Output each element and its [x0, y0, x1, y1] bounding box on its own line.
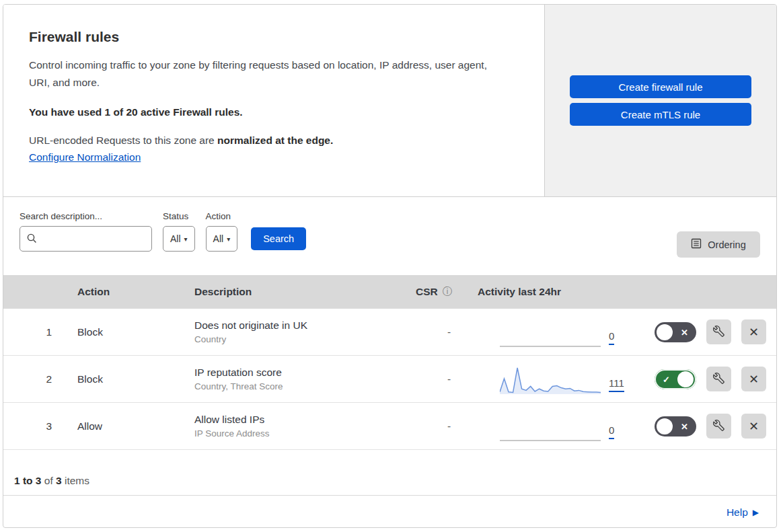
create-firewall-rule-button[interactable]: Create firewall rule [570, 75, 751, 98]
rule-enabled-toggle[interactable]: ✓ ✕ [655, 416, 696, 436]
activity-sparkline [500, 318, 601, 348]
x-icon: ✕ [681, 327, 688, 337]
rule-description-cell: Allow listed IPs IP Source Address [180, 414, 395, 439]
rule-description: Does not originate in UK [194, 319, 395, 332]
page-title: Firewall rules [29, 29, 524, 45]
rule-enabled-toggle[interactable]: ✓ ✕ [655, 322, 696, 342]
activity-count-link[interactable]: 0 [609, 424, 614, 439]
rule-priority: 3 [3, 420, 63, 432]
wrench-icon [713, 420, 724, 433]
help-bar: Help ▶ [3, 495, 776, 528]
rule-csr-value: - [395, 420, 469, 432]
description-column-header: Description [180, 286, 395, 298]
action-selected-value: All [213, 233, 224, 244]
rule-description: Allow listed IPs [194, 414, 395, 426]
status-selected-value: All [170, 233, 181, 244]
status-select[interactable]: All ▾ [163, 226, 195, 252]
action-label: Action [206, 211, 238, 221]
create-mtls-rule-button[interactable]: Create mTLS rule [570, 103, 751, 126]
of-text: of [41, 475, 56, 486]
search-label: Search description... [20, 211, 152, 221]
search-icon [27, 233, 37, 246]
rule-priority: 2 [3, 373, 63, 385]
rule-action: Block [63, 373, 180, 385]
info-icon[interactable]: ⓘ [443, 286, 452, 298]
search-group: Search description... [20, 211, 152, 252]
item-total: 3 [56, 475, 62, 486]
action-select[interactable]: All ▾ [206, 226, 238, 252]
rule-controls: ✓ ✕ ✕ [644, 319, 776, 344]
delete-rule-button[interactable]: ✕ [741, 319, 766, 344]
status-label: Status [163, 211, 195, 221]
rule-criteria: Country [194, 334, 395, 344]
close-icon: ✕ [749, 326, 759, 338]
edit-rule-button[interactable] [706, 319, 731, 344]
items-text: items [62, 475, 89, 486]
rule-priority: 1 [3, 326, 63, 338]
normalization-prefix: URL-encoded Requests to this zone are [29, 135, 217, 146]
close-icon: ✕ [749, 373, 759, 385]
configure-normalization-link[interactable]: Configure Normalization [29, 151, 141, 163]
rule-csr-value: - [395, 373, 469, 385]
toggle-knob [657, 324, 673, 340]
rule-action: Allow [63, 420, 180, 432]
pagination-summary: 1 to 3 of 3 items [3, 450, 776, 495]
rule-controls: ✓ ✕ ✕ [644, 367, 776, 391]
ordering-button-label: Ordering [708, 239, 745, 250]
close-icon: ✕ [749, 420, 759, 432]
edit-rule-button[interactable] [706, 367, 731, 391]
table-row: 2 Block IP reputation score Country, Thr… [3, 356, 776, 403]
rule-action: Block [63, 326, 180, 338]
table-row: 3 Allow Allow listed IPs IP Source Addre… [3, 403, 776, 450]
activity-column-header: Activity last 24hr [469, 286, 644, 298]
csr-header-label: CSR [416, 286, 438, 298]
item-range: 1 to 3 [14, 475, 41, 486]
delete-rule-button[interactable]: ✕ [741, 367, 766, 391]
edit-rule-button[interactable] [706, 414, 731, 439]
toggle-knob [657, 418, 673, 434]
chevron-down-icon: ▾ [227, 235, 230, 243]
search-button[interactable]: Search [251, 227, 306, 250]
status-filter-group: Status All ▾ [163, 211, 195, 252]
chevron-down-icon: ▾ [184, 235, 188, 243]
firewall-rules-card: Firewall rules Control incoming traffic … [3, 4, 777, 528]
wrench-icon [713, 326, 724, 339]
rule-controls: ✓ ✕ ✕ [644, 414, 776, 439]
rule-description-cell: IP reputation score Country, Threat Scor… [180, 367, 395, 391]
header-text-area: Firewall rules Control incoming traffic … [3, 5, 544, 196]
action-filter-group: Action All ▾ [206, 211, 238, 252]
rule-criteria: IP Source Address [194, 428, 395, 439]
action-column-header: Action [63, 286, 180, 298]
activity-count-link[interactable]: 0 [609, 330, 614, 345]
rule-activity-cell: 0 [469, 403, 644, 449]
csr-column-header: CSR ⓘ [395, 286, 469, 298]
rule-criteria: Country, Threat Score [194, 381, 395, 391]
delete-rule-button[interactable]: ✕ [741, 414, 766, 439]
rule-description-cell: Does not originate in UK Country [180, 319, 395, 344]
normalization-note: URL-encoded Requests to this zone are no… [29, 135, 524, 147]
activity-sparkline [500, 412, 601, 442]
wrench-icon [713, 373, 724, 386]
usage-summary: You have used 1 of 20 active Firewall ru… [29, 106, 524, 118]
table-row: 1 Block Does not originate in UK Country… [3, 309, 776, 356]
list-document-icon [691, 238, 702, 251]
table-header: Action Description CSR ⓘ Activity last 2… [3, 275, 776, 309]
help-link-label: Help [727, 506, 748, 519]
normalization-bold: normalized at the edge. [217, 135, 333, 146]
rule-activity-cell: 111 [469, 356, 644, 402]
ordering-button[interactable]: Ordering [677, 231, 760, 258]
page-description: Control incoming traffic to your zone by… [29, 56, 503, 91]
activity-count-link[interactable]: 111 [609, 377, 624, 392]
rule-csr-value: - [395, 326, 469, 338]
rule-description: IP reputation score [194, 367, 395, 379]
rule-enabled-toggle[interactable]: ✓ ✕ [655, 369, 696, 389]
header-section: Firewall rules Control incoming traffic … [3, 5, 776, 197]
activity-sparkline [500, 365, 601, 395]
rule-activity-cell: 0 [469, 309, 644, 355]
help-link[interactable]: Help ▶ [727, 506, 759, 519]
arrow-right-icon: ▶ [753, 508, 759, 517]
search-input[interactable] [20, 226, 152, 252]
toggle-knob [677, 371, 694, 387]
check-icon: ✓ [663, 374, 670, 384]
filter-bar: Search description... Status All ▾ Actio… [3, 197, 776, 275]
